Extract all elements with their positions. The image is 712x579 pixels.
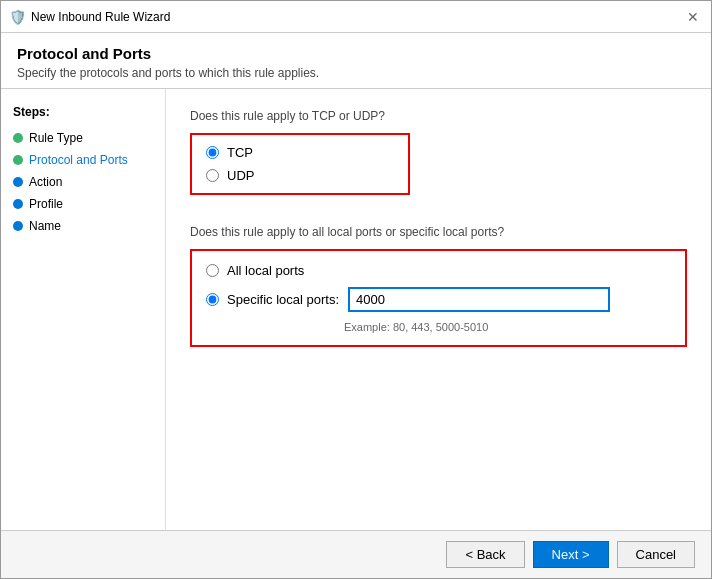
step-dot-name (13, 221, 23, 231)
cancel-button[interactable]: Cancel (617, 541, 695, 568)
content-area: Steps: Rule Type Protocol and Ports Acti… (1, 89, 711, 530)
specific-local-radio-item[interactable]: Specific local ports: (206, 292, 339, 307)
tcp-label: TCP (227, 145, 253, 160)
tcp-radio-item[interactable]: TCP (206, 145, 394, 160)
udp-label: UDP (227, 168, 254, 183)
window-icon: 🛡️ (9, 9, 25, 25)
title-bar: 🛡️ New Inbound Rule Wizard ✕ (1, 1, 711, 33)
sidebar-item-label: Name (29, 219, 61, 233)
all-local-row: All local ports (206, 263, 671, 278)
header-section: Protocol and Ports Specify the protocols… (1, 33, 711, 89)
step-dot-profile (13, 199, 23, 209)
ports-radio-group: All local ports Specific local ports: Ex… (190, 249, 687, 347)
tcp-udp-question: Does this rule apply to TCP or UDP? (190, 109, 687, 123)
ports-question: Does this rule apply to all local ports … (190, 225, 687, 239)
all-local-radio-item[interactable]: All local ports (206, 263, 304, 278)
tcp-radio[interactable] (206, 146, 219, 159)
sidebar-item-label: Action (29, 175, 62, 189)
specific-local-label: Specific local ports: (227, 292, 339, 307)
specific-ports-input[interactable] (349, 288, 609, 311)
ports-example-text: Example: 80, 443, 5000-5010 (344, 321, 671, 333)
sidebar-item-action[interactable]: Action (1, 171, 165, 193)
next-button[interactable]: Next > (533, 541, 609, 568)
specific-local-radio[interactable] (206, 293, 219, 306)
udp-radio[interactable] (206, 169, 219, 182)
step-dot-rule-type (13, 133, 23, 143)
step-dot-action (13, 177, 23, 187)
footer: < Back Next > Cancel (1, 530, 711, 578)
specific-local-row: Specific local ports: (206, 288, 671, 311)
udp-radio-item[interactable]: UDP (206, 168, 394, 183)
window-title: New Inbound Rule Wizard (31, 10, 170, 24)
title-bar-left: 🛡️ New Inbound Rule Wizard (9, 9, 170, 25)
steps-label: Steps: (1, 101, 165, 127)
sidebar: Steps: Rule Type Protocol and Ports Acti… (1, 89, 166, 530)
step-dot-protocol-ports (13, 155, 23, 165)
page-title: Protocol and Ports (17, 45, 695, 62)
sidebar-item-profile[interactable]: Profile (1, 193, 165, 215)
close-button[interactable]: ✕ (683, 7, 703, 27)
back-button[interactable]: < Back (446, 541, 524, 568)
sidebar-item-label: Rule Type (29, 131, 83, 145)
ports-section: Does this rule apply to all local ports … (190, 225, 687, 347)
all-local-radio[interactable] (206, 264, 219, 277)
sidebar-item-name[interactable]: Name (1, 215, 165, 237)
page-subtitle: Specify the protocols and ports to which… (17, 66, 695, 80)
main-panel: Does this rule apply to TCP or UDP? TCP … (166, 89, 711, 530)
all-local-label: All local ports (227, 263, 304, 278)
wizard-window: 🛡️ New Inbound Rule Wizard ✕ Protocol an… (0, 0, 712, 579)
protocol-radio-group: TCP UDP (190, 133, 410, 195)
sidebar-item-protocol-ports[interactable]: Protocol and Ports (1, 149, 165, 171)
sidebar-item-label: Protocol and Ports (29, 153, 128, 167)
sidebar-item-label: Profile (29, 197, 63, 211)
sidebar-item-rule-type[interactable]: Rule Type (1, 127, 165, 149)
